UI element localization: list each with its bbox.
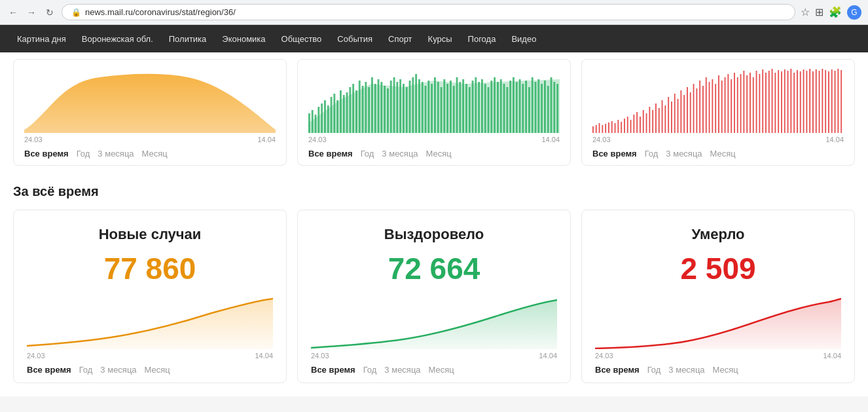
stat-filter-all-3[interactable]: Все время bbox=[595, 365, 640, 375]
svg-rect-154 bbox=[825, 70, 826, 133]
nav-obshchestvo[interactable]: Общество bbox=[275, 29, 329, 49]
filter-month[interactable]: Месяц bbox=[142, 149, 168, 159]
svg-rect-112 bbox=[693, 84, 695, 133]
svg-rect-100 bbox=[655, 103, 657, 133]
bookmark-icon[interactable]: ☆ bbox=[801, 6, 810, 18]
browser-icons: ☆ ⊞ 🧩 G bbox=[801, 5, 861, 20]
stat-filters-2: Все время Год 3 месяца Месяц bbox=[311, 365, 557, 375]
stat-card-recovered: Выздоровело 72 664 24.03 14.04 bbox=[297, 210, 571, 383]
svg-rect-146 bbox=[800, 71, 801, 133]
svg-rect-135 bbox=[765, 73, 767, 133]
nav-sport[interactable]: Спорт bbox=[382, 29, 419, 49]
svg-rect-96 bbox=[643, 110, 644, 133]
svg-rect-136 bbox=[769, 71, 770, 133]
top-charts-row: 24.03 14.04 Все время Год 3 месяца Месяц bbox=[13, 52, 855, 176]
stat-filter-3m-3[interactable]: 3 месяца bbox=[668, 365, 704, 375]
filter-year-3[interactable]: Год bbox=[645, 149, 659, 159]
svg-rect-132 bbox=[756, 71, 757, 133]
stat-filter-all-2[interactable]: Все время bbox=[311, 365, 355, 375]
svg-rect-133 bbox=[759, 74, 760, 133]
windows-icon[interactable]: ⊞ bbox=[815, 6, 823, 18]
svg-rect-114 bbox=[699, 81, 700, 133]
svg-rect-109 bbox=[683, 95, 685, 133]
profile-icon[interactable]: G bbox=[847, 5, 861, 20]
filter-all-time-3[interactable]: Все время bbox=[592, 149, 637, 159]
nav-pogoda[interactable]: Погода bbox=[461, 29, 503, 49]
refresh-button[interactable]: ↻ bbox=[43, 6, 56, 19]
svg-rect-127 bbox=[740, 74, 742, 133]
filter-3months-3[interactable]: 3 месяца bbox=[666, 149, 702, 159]
stat-filter-month-3[interactable]: Месяц bbox=[713, 365, 738, 375]
url-text: news.mail.ru/coronavirus/stat/region/36/ bbox=[85, 7, 236, 17]
address-bar[interactable]: 🔒 news.mail.ru/coronavirus/stat/region/3… bbox=[62, 4, 795, 20]
svg-rect-119 bbox=[715, 84, 716, 133]
end-date-2: 14.04 bbox=[541, 136, 560, 143]
nav-sobytiya[interactable]: События bbox=[331, 29, 379, 49]
svg-rect-90 bbox=[624, 119, 625, 133]
svg-rect-144 bbox=[793, 73, 795, 133]
top-chart-filters-2: Все время Год 3 месяца Месяц bbox=[308, 149, 560, 159]
start-date-2: 24.03 bbox=[308, 136, 327, 143]
filter-year[interactable]: Год bbox=[77, 149, 90, 159]
svg-rect-148 bbox=[806, 71, 807, 133]
top-chart-area-1 bbox=[24, 67, 276, 133]
stat-filters-1: Все время Год 3 месяца Месяц bbox=[27, 365, 273, 375]
nav-kartina-dnya[interactable]: Картина дня bbox=[10, 29, 73, 49]
svg-rect-123 bbox=[727, 74, 729, 133]
stat-filter-year-3[interactable]: Год bbox=[647, 365, 661, 375]
nav-video[interactable]: Видео bbox=[505, 29, 543, 49]
stat-filter-month-1[interactable]: Месяц bbox=[145, 365, 170, 375]
stat-filter-all-1[interactable]: Все время bbox=[27, 365, 71, 375]
svg-rect-82 bbox=[599, 123, 600, 133]
lock-icon: 🔒 bbox=[71, 8, 81, 17]
stat-filter-3m-1[interactable]: 3 месяца bbox=[100, 365, 136, 375]
stat-value-deaths: 2 509 bbox=[595, 251, 841, 286]
nav-ekonomika[interactable]: Экономика bbox=[215, 29, 272, 49]
svg-rect-115 bbox=[702, 86, 704, 133]
svg-rect-104 bbox=[668, 97, 669, 133]
svg-rect-101 bbox=[659, 108, 660, 133]
svg-rect-140 bbox=[781, 71, 782, 133]
svg-rect-84 bbox=[605, 124, 606, 133]
svg-rect-113 bbox=[696, 88, 697, 133]
top-chart-dates-3: 24.03 14.04 bbox=[592, 136, 844, 143]
filter-year-2[interactable]: Год bbox=[361, 149, 374, 159]
stat-chart-dates-1: 24.03 14.04 bbox=[27, 352, 273, 360]
nav-kursy[interactable]: Курсы bbox=[422, 29, 459, 49]
svg-rect-99 bbox=[652, 110, 653, 133]
svg-rect-126 bbox=[737, 77, 738, 133]
svg-rect-88 bbox=[617, 120, 619, 133]
stat-value-recovered: 72 664 bbox=[311, 251, 557, 286]
svg-rect-128 bbox=[743, 71, 744, 133]
svg-rect-122 bbox=[725, 77, 726, 133]
svg-rect-134 bbox=[762, 69, 763, 133]
filter-all-time-2[interactable]: Все время bbox=[308, 149, 353, 159]
filter-all-time[interactable]: Все время bbox=[24, 149, 69, 159]
svg-rect-158 bbox=[837, 69, 839, 133]
svg-rect-131 bbox=[753, 77, 754, 133]
stat-filter-month-2[interactable]: Месяц bbox=[429, 365, 454, 375]
svg-rect-117 bbox=[709, 82, 710, 133]
filter-3months[interactable]: 3 месяца bbox=[98, 149, 134, 159]
stat-chart-dates-2: 24.03 14.04 bbox=[311, 352, 557, 360]
svg-rect-141 bbox=[784, 69, 786, 133]
filter-3months-2[interactable]: 3 месяца bbox=[382, 149, 418, 159]
stat-title-deaths: Умерло bbox=[595, 226, 841, 243]
filter-month-2[interactable]: Месяц bbox=[426, 149, 452, 159]
svg-rect-142 bbox=[787, 71, 789, 133]
stat-filter-year-2[interactable]: Год bbox=[363, 365, 377, 375]
svg-rect-124 bbox=[731, 79, 732, 133]
stat-start-date-3: 24.03 bbox=[595, 352, 613, 360]
stat-filter-year-1[interactable]: Год bbox=[79, 365, 93, 375]
svg-rect-107 bbox=[678, 99, 679, 133]
forward-button[interactable]: → bbox=[25, 6, 38, 19]
nav-voronezh[interactable]: Воронежская обл. bbox=[75, 29, 160, 49]
back-button[interactable]: ← bbox=[7, 6, 20, 19]
svg-rect-103 bbox=[664, 105, 666, 133]
stat-filter-3m-2[interactable]: 3 месяца bbox=[384, 365, 420, 375]
extensions-icon[interactable]: 🧩 bbox=[829, 6, 842, 18]
top-chart-area-3 bbox=[592, 67, 844, 133]
filter-month-3[interactable]: Месяц bbox=[710, 149, 736, 159]
nav-politika[interactable]: Политика bbox=[162, 29, 213, 49]
svg-rect-149 bbox=[809, 69, 810, 133]
